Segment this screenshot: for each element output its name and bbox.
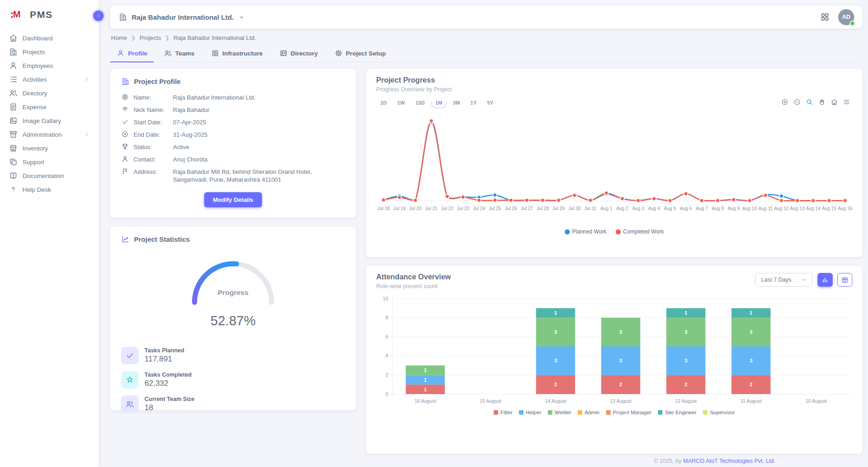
company-link[interactable]: MARCO AIoT Technologies Pvt. Ltd. xyxy=(683,458,775,464)
user-icon xyxy=(121,155,129,163)
tab-project-setup[interactable]: Project Setup xyxy=(328,45,392,62)
zoom-out-icon[interactable] xyxy=(793,98,801,106)
field-value: Anuj Chordia xyxy=(173,156,345,163)
help-icon xyxy=(9,185,18,194)
sidebar-item-inventory[interactable]: Inventory xyxy=(0,141,99,155)
brand[interactable]: M PMS xyxy=(0,0,99,27)
breadcrumb-item-projects[interactable]: Projects xyxy=(139,34,161,41)
check-icon xyxy=(121,347,139,364)
apps-grid-icon[interactable] xyxy=(820,12,830,22)
field-value: Raja Bahadur xyxy=(173,106,345,114)
company-name: Raja Bahadur International Ltd. xyxy=(132,13,234,21)
bar-view-button[interactable] xyxy=(818,273,833,287)
svg-text:3: 3 xyxy=(554,329,557,335)
tab-label: Teams xyxy=(175,50,195,57)
image-icon xyxy=(9,116,18,125)
tab-label: Profile xyxy=(128,50,147,57)
range-button-5y[interactable]: 5Y xyxy=(483,98,497,108)
field-label: Contact: xyxy=(134,156,173,163)
sidebar-item-support[interactable]: Support xyxy=(0,155,99,169)
pan-icon[interactable] xyxy=(818,98,826,106)
breadcrumb-separator: ❯ xyxy=(131,35,135,41)
legend-item-helper[interactable]: Helper xyxy=(519,410,541,415)
range-button-1w[interactable]: 1W xyxy=(393,98,409,108)
menu-icon[interactable] xyxy=(843,98,851,106)
svg-text:2: 2 xyxy=(619,382,622,387)
avatar-initials: AD xyxy=(842,14,850,20)
zoom-in-icon[interactable] xyxy=(781,98,789,106)
stat-current-team-size: Current Team Size18 xyxy=(121,395,345,413)
sidebar-item-directory[interactable]: Directory xyxy=(0,86,99,100)
company-selector[interactable]: Raja Bahadur International Ltd. xyxy=(118,12,245,22)
home-icon[interactable] xyxy=(830,98,838,106)
sidebar-collapse-button[interactable] xyxy=(93,11,104,21)
breadcrumb-item-home[interactable]: Home xyxy=(111,34,127,41)
modify-details-button[interactable]: Modify Details xyxy=(204,192,262,207)
tab-teams[interactable]: Teams xyxy=(157,45,201,62)
tab-profile[interactable]: Profile xyxy=(110,45,154,62)
project-progress-chart[interactable]: Jul 18Jul 19Jul 20Jul 21Jul 22Jul 23Jul … xyxy=(376,110,852,228)
period-select[interactable]: Last 7 Days xyxy=(755,273,813,287)
legend-item-admin[interactable]: Admin xyxy=(578,410,600,415)
legend-square-icon xyxy=(703,410,707,415)
svg-text:Aug 4: Aug 4 xyxy=(648,206,661,211)
sidebar-item-employees[interactable]: Employees xyxy=(0,59,99,72)
sidebar-item-projects[interactable]: Projects xyxy=(0,45,99,59)
tab-directory[interactable]: Directory xyxy=(273,45,324,62)
attendance-legend: FitterHelperWelderAdminProject ManagerSi… xyxy=(376,410,852,415)
range-button-1m[interactable]: 1M xyxy=(431,98,446,108)
legend-item-welder[interactable]: Welder xyxy=(548,410,571,415)
bar-chart-icon xyxy=(821,276,829,284)
project-progress-card: Project Progress Progress Overview by Pr… xyxy=(366,69,862,257)
svg-text:12 August: 12 August xyxy=(675,398,697,404)
project-progress-title: Project Progress xyxy=(376,76,852,84)
copyright-text: © 2025, by xyxy=(654,458,682,464)
legend-item-supervisor[interactable]: Supervisor xyxy=(703,410,735,415)
legend-item-planned-work[interactable]: Planned Work xyxy=(565,228,606,235)
range-button-3m[interactable]: 3M xyxy=(449,98,464,108)
sidebar-item-label: Dashboard xyxy=(22,35,53,42)
table-view-button[interactable] xyxy=(837,273,852,287)
sidebar-item-image-gallary[interactable]: Image Gallary xyxy=(0,114,99,128)
field-label: Start Date: xyxy=(134,118,173,126)
attendance-chart[interactable]: 024681016 August11115 August14 August233… xyxy=(376,293,852,408)
sidebar-item-documentation[interactable]: Documentation xyxy=(0,169,99,183)
sidebar-item-dashboard[interactable]: Dashboard xyxy=(0,31,99,45)
svg-text:Jul 20: Jul 20 xyxy=(409,206,422,211)
range-button-15d[interactable]: 15D xyxy=(412,98,429,108)
sidebar-item-activities[interactable]: Activities xyxy=(0,72,99,86)
sidebar: M PMS DashboardProjectsEmployeesActiviti… xyxy=(0,0,99,467)
svg-text:Jul 27: Jul 27 xyxy=(521,206,533,211)
legend-item-fitter[interactable]: Fitter xyxy=(494,410,512,415)
svg-text:Jul 31: Jul 31 xyxy=(584,206,597,211)
svg-text:1: 1 xyxy=(424,387,427,392)
legend-label: Admin xyxy=(584,410,600,415)
breadcrumb: Home❯Projects❯Raja Bahadur International… xyxy=(111,34,862,41)
svg-text:1: 1 xyxy=(684,310,687,316)
svg-text:Aug 10: Aug 10 xyxy=(742,206,757,211)
field-label: End Date: xyxy=(134,131,173,139)
svg-text:1: 1 xyxy=(750,310,752,316)
legend-item-site-engineer[interactable]: Site Engineer xyxy=(658,410,696,415)
sidebar-item-administration[interactable]: Administration xyxy=(0,128,99,141)
svg-text:4: 4 xyxy=(385,353,388,358)
check-icon xyxy=(121,118,129,126)
svg-text:16 August: 16 August xyxy=(415,398,436,404)
legend-item-project-manager[interactable]: Project Manager xyxy=(606,410,651,415)
sidebar-item-expense[interactable]: Expense xyxy=(0,100,99,114)
project-profile-title: Project Profile xyxy=(134,78,181,85)
table-icon xyxy=(841,276,849,284)
tab-infrastructure[interactable]: Infrastructure xyxy=(205,45,269,62)
svg-text:Jul 19: Jul 19 xyxy=(393,206,406,211)
range-button-1y[interactable]: 1Y xyxy=(466,98,480,108)
legend-item-completed-work[interactable]: Completed Work xyxy=(616,228,664,235)
chevron-down-icon xyxy=(801,277,807,283)
selection-zoom-icon[interactable] xyxy=(806,98,813,106)
field-label: Address: xyxy=(134,168,173,183)
range-button-1d[interactable]: 1D xyxy=(376,98,391,108)
user-avatar[interactable]: AD xyxy=(838,9,854,25)
sidebar-item-help-desk[interactable]: Help Desk xyxy=(0,183,99,196)
field-label: Nick Name: xyxy=(134,106,173,114)
sidebar-item-label: Employees xyxy=(22,62,53,69)
progress-percentage: 52.87% xyxy=(121,313,345,328)
